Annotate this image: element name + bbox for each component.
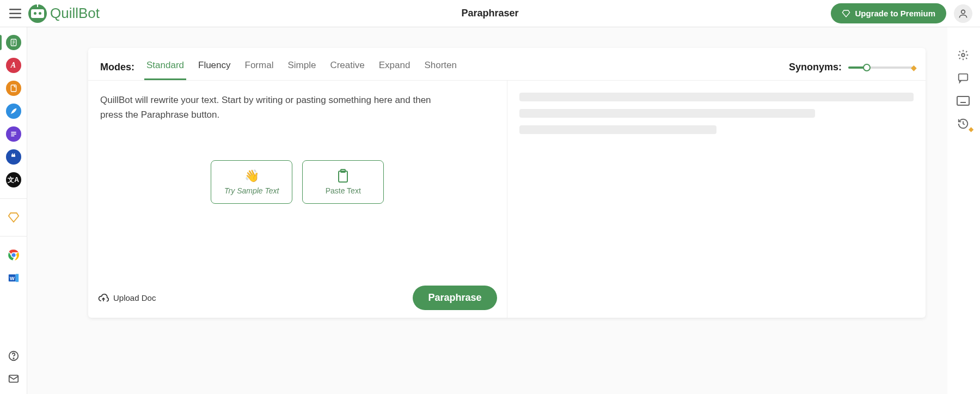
svg-rect-17 [15, 274, 18, 282]
svg-rect-2 [9, 17, 21, 19]
sidebar-item-plagiarism[interactable] [6, 81, 21, 96]
mail-icon [8, 373, 20, 385]
clipboard-icon [336, 169, 350, 183]
output-skeleton-line [519, 109, 815, 118]
gear-icon [957, 49, 969, 61]
toolrail-settings[interactable] [956, 48, 970, 62]
sidebar-item-paraphraser[interactable] [6, 35, 21, 50]
svg-point-3 [961, 10, 965, 14]
paraphrase-button[interactable]: Paraphrase [413, 286, 497, 310]
feather-icon [9, 107, 18, 116]
svg-point-21 [961, 53, 965, 57]
synonyms-label: Synonyms: [789, 62, 842, 73]
svg-rect-0 [9, 9, 21, 10]
paste-text-label: Paste Text [326, 186, 361, 195]
history-icon [957, 118, 969, 130]
input-placeholder: QuillBot will rewrite your text. Start b… [100, 93, 438, 122]
word-icon: W [8, 272, 20, 284]
slider-premium-icon: ◆ [911, 63, 917, 72]
svg-rect-8 [11, 85, 16, 92]
tab-fluency[interactable]: Fluency [196, 54, 233, 80]
tab-expand[interactable]: Expand [377, 54, 413, 80]
svg-point-19 [13, 358, 14, 359]
hamburger-icon [9, 9, 21, 19]
comment-icon [957, 72, 969, 84]
brand-name: QuillBot [50, 5, 100, 22]
svg-rect-1 [9, 13, 21, 14]
tab-creative[interactable]: Creative [328, 54, 366, 80]
tab-simple[interactable]: Simple [285, 54, 318, 80]
modes-label: Modes: [100, 62, 134, 73]
editor-card: Modes: Standard Fluency Formal Simple Cr… [88, 48, 926, 318]
premium-badge-icon: ◆ [969, 125, 973, 133]
sidebar-item-summarizer[interactable] [6, 126, 21, 142]
brand-logo[interactable]: QuillBot [28, 4, 100, 23]
slider-thumb[interactable] [863, 64, 871, 71]
tab-shorten[interactable]: Shorten [422, 54, 459, 80]
try-sample-button[interactable]: 👋 Try Sample Text [211, 160, 292, 204]
input-pane[interactable]: QuillBot will rewrite your text. Start b… [88, 81, 507, 318]
sidebar-item-translator[interactable]: 文A [6, 172, 21, 187]
page-search-icon [9, 84, 18, 93]
output-skeleton-line [519, 125, 716, 134]
sidebar-separator [0, 236, 27, 237]
help-icon [8, 350, 20, 362]
toolrail-feedback[interactable] [956, 71, 970, 85]
sidebar-item-cowriter[interactable] [6, 104, 21, 119]
try-sample-label: Try Sample Text [224, 186, 279, 195]
toolrail-history[interactable]: ◆ [956, 117, 970, 131]
modes-tabs: Modes: Standard Fluency Formal Simple Cr… [100, 54, 459, 80]
top-bar: QuillBot Paraphraser Upgrade to Premium [0, 0, 980, 27]
synonyms-slider[interactable]: ◆ [848, 62, 914, 73]
svg-rect-22 [959, 74, 968, 81]
tab-formal[interactable]: Formal [243, 54, 276, 80]
profile-button[interactable] [954, 4, 972, 23]
sidebar-item-citation[interactable]: ❝ [6, 149, 21, 165]
sidebar-active-indicator [0, 35, 2, 50]
synonyms-control: Synonyms: ◆ [789, 62, 914, 73]
card-body: QuillBot will rewrite your text. Start b… [88, 80, 926, 318]
card-header: Modes: Standard Fluency Formal Simple Cr… [88, 48, 926, 80]
topbar-left: QuillBot [8, 4, 100, 23]
paraphrase-label: Paraphrase [428, 292, 481, 303]
person-icon [958, 8, 969, 19]
wave-icon: 👋 [244, 169, 259, 183]
diamond-icon [842, 9, 850, 18]
sidebar-item-premium[interactable] [6, 210, 21, 225]
menu-button[interactable] [8, 6, 23, 21]
output-pane [507, 81, 926, 318]
sidebar-item-grammar[interactable]: A [6, 58, 21, 73]
upload-doc-button[interactable]: Upload Doc [98, 293, 156, 304]
sidebar-item-word[interactable]: W [6, 270, 21, 286]
right-toolrail: ◆ [956, 48, 970, 131]
lines-icon [9, 130, 18, 138]
keyboard-icon [957, 96, 970, 106]
page-title: Paraphraser [461, 8, 518, 19]
document-icon [9, 38, 18, 47]
svg-rect-23 [957, 96, 969, 105]
diamond-icon [8, 211, 20, 223]
chrome-icon [7, 248, 20, 262]
topbar-right: Upgrade to Premium [831, 3, 972, 23]
translate-icon: 文A [8, 175, 19, 185]
svg-text:W: W [9, 276, 14, 281]
upload-doc-label: Upload Doc [113, 293, 156, 302]
quote-icon: ❝ [11, 152, 16, 162]
input-pane-footer: Upload Doc Paraphrase [98, 286, 497, 310]
sidebar-item-chrome[interactable] [6, 247, 21, 263]
main-stage: Modes: Standard Fluency Formal Simple Cr… [27, 27, 947, 394]
left-sidebar: A ❝ 文A W [0, 27, 27, 394]
cloud-upload-icon [98, 293, 109, 304]
upgrade-button[interactable]: Upgrade to Premium [831, 3, 946, 23]
upgrade-label: Upgrade to Premium [855, 9, 935, 18]
letter-a-icon: A [11, 61, 16, 70]
sidebar-separator [0, 198, 27, 199]
sidebar-item-help[interactable] [6, 348, 21, 363]
brand-mark-icon [28, 4, 47, 23]
output-skeleton-line [519, 93, 914, 101]
sidebar-item-contact[interactable] [6, 371, 21, 386]
input-option-buttons: 👋 Try Sample Text Paste Text [100, 160, 495, 204]
tab-standard[interactable]: Standard [144, 54, 186, 80]
paste-text-button[interactable]: Paste Text [302, 160, 384, 204]
toolrail-hotkeys[interactable] [956, 94, 970, 108]
